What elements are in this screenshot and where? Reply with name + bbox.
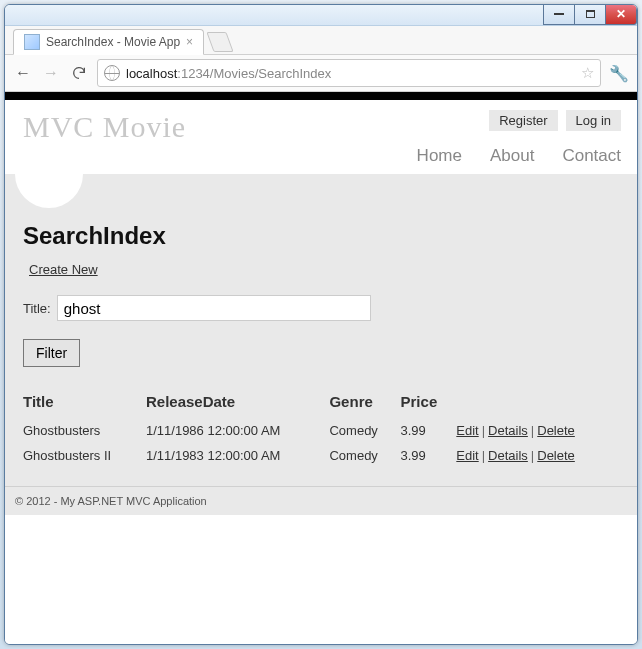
decorative-strip [5, 92, 637, 100]
edit-link[interactable]: Edit [456, 423, 478, 438]
title-search-input[interactable] [57, 295, 371, 321]
browser-window: SearchIndex - Movie App × ← → localhost:… [4, 4, 638, 645]
cell-genre: Comedy [329, 418, 400, 443]
create-new-link[interactable]: Create New [29, 262, 98, 277]
nav-about[interactable]: About [490, 146, 534, 166]
register-link[interactable]: Register [489, 110, 557, 131]
tab-favicon [24, 34, 40, 50]
col-release: ReleaseDate [146, 389, 329, 418]
site-footer: © 2012 - My ASP.NET MVC Application [5, 486, 637, 515]
main-content: SearchIndex Create New Title: Filter Tit… [5, 174, 637, 486]
nav-home[interactable]: Home [417, 146, 462, 166]
url-text: localhost:1234/Movies/SearchIndex [126, 66, 331, 81]
page-title: SearchIndex [23, 222, 619, 250]
table-row: Ghostbusters1/11/1986 12:00:00 AMComedy3… [23, 418, 619, 443]
cell-release: 1/11/1986 12:00:00 AM [146, 418, 329, 443]
cell-price: 3.99 [401, 418, 457, 443]
filter-button[interactable]: Filter [23, 339, 80, 367]
cell-title: Ghostbusters II [23, 443, 146, 468]
cell-release: 1/11/1983 12:00:00 AM [146, 443, 329, 468]
page-body: MVC Movie Register Log in Home About Con… [5, 100, 637, 644]
decorative-circle [15, 140, 83, 208]
window-minimize-button[interactable] [543, 4, 575, 25]
delete-link[interactable]: Delete [537, 448, 575, 463]
tab-title: SearchIndex - Movie App [46, 35, 180, 49]
cell-genre: Comedy [329, 443, 400, 468]
bookmark-star-icon[interactable]: ☆ [581, 64, 594, 82]
window-titlebar [5, 5, 637, 26]
site-header: MVC Movie Register Log in Home About Con… [5, 100, 637, 174]
cell-actions: Edit|Details|Delete [456, 443, 619, 468]
movies-table: Title ReleaseDate Genre Price Ghostbuste… [23, 389, 619, 468]
new-tab-button[interactable] [206, 32, 233, 52]
login-link[interactable]: Log in [566, 110, 621, 131]
settings-wrench-icon[interactable]: 🔧 [609, 63, 629, 83]
browser-tabstrip: SearchIndex - Movie App × [5, 26, 637, 55]
cell-actions: Edit|Details|Delete [456, 418, 619, 443]
search-label: Title: [23, 301, 51, 316]
cell-title: Ghostbusters [23, 418, 146, 443]
table-row: Ghostbusters II1/11/1983 12:00:00 AMCome… [23, 443, 619, 468]
details-link[interactable]: Details [488, 448, 528, 463]
col-price: Price [401, 389, 457, 418]
globe-icon [104, 65, 120, 81]
browser-tab[interactable]: SearchIndex - Movie App × [13, 29, 204, 55]
col-genre: Genre [329, 389, 400, 418]
details-link[interactable]: Details [488, 423, 528, 438]
reload-button[interactable] [69, 63, 89, 83]
browser-toolbar: ← → localhost:1234/Movies/SearchIndex ☆ … [5, 55, 637, 92]
nav-contact[interactable]: Contact [562, 146, 621, 166]
col-title: Title [23, 389, 146, 418]
cell-price: 3.99 [401, 443, 457, 468]
content-whitespace [5, 515, 637, 644]
window-close-button[interactable] [606, 4, 637, 25]
back-button[interactable]: ← [13, 63, 33, 83]
window-maximize-button[interactable] [575, 4, 606, 25]
tab-close-icon[interactable]: × [186, 35, 193, 49]
forward-button[interactable]: → [41, 63, 61, 83]
edit-link[interactable]: Edit [456, 448, 478, 463]
address-bar[interactable]: localhost:1234/Movies/SearchIndex ☆ [97, 59, 601, 87]
delete-link[interactable]: Delete [537, 423, 575, 438]
